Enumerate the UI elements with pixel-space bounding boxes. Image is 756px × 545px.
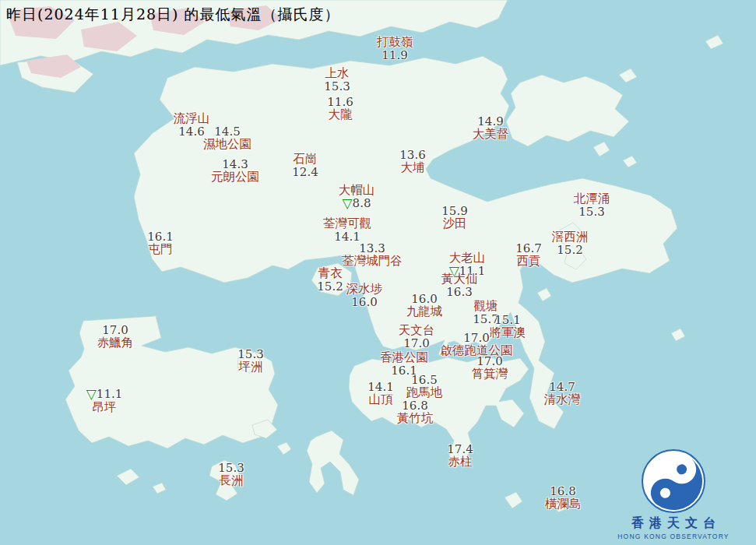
station-value: 17.0 — [476, 355, 502, 367]
station-value: 17.0 — [403, 337, 429, 350]
station-label: 16.5跑馬地 — [406, 374, 443, 399]
station-value: 15.3 — [218, 462, 244, 474]
station-value: 17.0 — [463, 332, 489, 344]
station-name: 流浮山 — [174, 112, 210, 125]
station-label: 黃大仙16.3 — [441, 272, 478, 298]
station-value: 14.5 — [214, 125, 240, 138]
station-value: 13.3 — [359, 242, 385, 255]
station-name: 赤柱 — [448, 455, 473, 469]
station-value: 11.9 — [382, 49, 407, 62]
station-name: 橫瀾島 — [545, 498, 582, 511]
station-name: 長洲 — [220, 474, 244, 487]
station-value: ▽11.1 — [86, 388, 122, 401]
station-label: 天文台17.0 — [399, 324, 435, 350]
station-value: 13.6 — [399, 149, 425, 161]
station-value: 15.3 — [578, 206, 604, 218]
station-label: ▽11.1昂坪 — [86, 388, 122, 414]
station-value: 15.3 — [237, 348, 263, 360]
station-name: 元朗公園 — [211, 171, 259, 184]
station-name: 赤鱲角 — [97, 336, 134, 350]
station-value: 12.4 — [292, 166, 318, 178]
station-label: 16.7西貢 — [515, 242, 541, 268]
station-name: 打鼓嶺 — [377, 36, 413, 49]
station-name: 沙田 — [443, 217, 467, 230]
station-label: 14.1山頂 — [367, 381, 393, 406]
hko-logo-name-en: HONG KONG OBSERVATORY — [603, 533, 744, 540]
summit-triangle-icon: ▽ — [343, 197, 353, 210]
station-value: 16.1 — [147, 230, 173, 243]
hko-logo: 香港天文台 HONG KONG OBSERVATORY — [603, 448, 744, 540]
station-value: 15.2 — [557, 244, 582, 256]
station-label: 11.6大隴 — [327, 96, 353, 121]
station-name: 大隴 — [329, 108, 353, 121]
station-label: 青衣15.2 — [317, 267, 343, 293]
station-name: 深水埗 — [346, 283, 383, 296]
station-label: 荃灣可觀14.1 — [323, 217, 371, 243]
station-label: 13.3荃灣城門谷 — [342, 242, 403, 268]
station-name: 石崗 — [294, 153, 318, 166]
station-label: 16.0九龍城 — [406, 293, 443, 318]
station-label: 15.3坪洲 — [237, 348, 263, 374]
station-name: 清水灣 — [544, 393, 581, 406]
station-name: 大美督 — [473, 128, 509, 141]
station-value: 15.2 — [317, 280, 343, 293]
hko-logo-icon — [641, 448, 706, 514]
station-label: 14.7清水灣 — [544, 381, 581, 406]
station-value: 16.5 — [411, 374, 437, 386]
station-label: 16.8橫瀾島 — [545, 485, 582, 511]
station-value: 16.3 — [446, 286, 472, 298]
station-label: 17.0赤鱲角 — [97, 324, 134, 350]
station-value: 17.4 — [447, 443, 473, 455]
station-name: 黃大仙 — [441, 272, 478, 286]
station-label: 滘西洲15.2 — [552, 230, 589, 256]
station-value: 14.9 — [477, 115, 503, 128]
station-label: 16.1屯門 — [147, 230, 173, 256]
station-value: 17.0 — [102, 324, 128, 336]
station-label: 13.6大埔 — [399, 149, 425, 174]
summit-triangle-icon: ▽ — [86, 388, 97, 401]
station-value: 14.1 — [334, 230, 360, 243]
station-value: 16.8 — [550, 485, 575, 498]
station-name: 黃竹坑 — [397, 412, 434, 425]
station-label: 14.5濕地公園 — [203, 125, 251, 151]
hko-logo-name-zh: 香港天文台 — [609, 515, 744, 532]
station-value: 15.3 — [324, 80, 350, 93]
station-name: 香港公園 — [380, 351, 428, 364]
station-name: 屯門 — [149, 243, 173, 256]
station-label: 深水埗16.0 — [346, 283, 383, 308]
station-name: 觀塘 — [474, 300, 498, 313]
station-name: 跑馬地 — [406, 386, 443, 399]
station-name: 九龍城 — [406, 305, 443, 318]
station-label: 大帽山▽8.8 — [339, 184, 375, 210]
station-name: 上水 — [325, 67, 350, 80]
station-name: 滘西洲 — [552, 230, 589, 244]
station-label: 16.8黃竹坑 — [397, 399, 434, 425]
station-name: 筲箕灣 — [472, 367, 508, 381]
station-value: 14.6 — [178, 125, 204, 138]
station-value: 14.3 — [222, 158, 248, 171]
station-value: 16.0 — [351, 296, 377, 308]
station-label: 17.4赤柱 — [447, 443, 473, 469]
station-value: 16.8 — [402, 399, 427, 412]
station-name: 北潭涌 — [574, 192, 610, 206]
station-label: 15.9沙田 — [441, 205, 467, 230]
station-value: 14.1 — [367, 381, 393, 393]
station-name: 西貢 — [517, 255, 541, 268]
temperature-map-page: 昨日(2024年11月28日) 的最低氣溫（攝氏度） 打鼓嶺11.9上水15.3… — [0, 0, 756, 545]
station-name: 荃灣可觀 — [323, 217, 371, 230]
station-name: 昂坪 — [92, 401, 116, 414]
station-value: 11.6 — [327, 96, 353, 108]
station-label: 石崗12.4 — [292, 153, 318, 178]
station-label: 打鼓嶺11.9 — [377, 36, 413, 62]
station-name: 山頂 — [369, 393, 393, 406]
station-label: 17.0筲箕灣 — [472, 355, 508, 381]
station-label: 上水15.3 — [324, 67, 350, 93]
station-name: 坪洲 — [239, 360, 263, 374]
station-label: 17.0啟德跑道公園 — [441, 332, 513, 357]
station-value: ▽8.8 — [343, 197, 371, 210]
station-name: 荃灣城門谷 — [342, 255, 403, 268]
station-label: 14.3元朗公園 — [211, 158, 259, 184]
station-name: 青衣 — [318, 267, 343, 280]
station-value: 14.7 — [549, 381, 575, 393]
station-name: 濕地公園 — [203, 138, 251, 151]
